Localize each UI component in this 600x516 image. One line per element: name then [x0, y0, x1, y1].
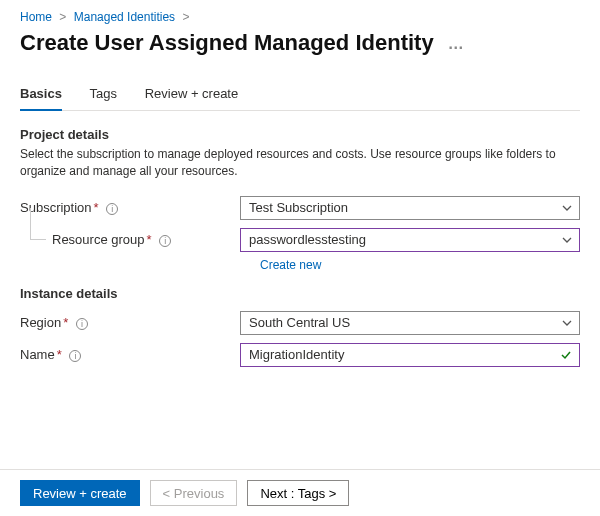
chevron-right-icon: > — [59, 10, 66, 24]
region-value: South Central US — [249, 315, 350, 330]
project-details-desc: Select the subscription to manage deploy… — [20, 146, 580, 180]
info-icon[interactable]: i — [76, 318, 88, 330]
subscription-dropdown[interactable]: Test Subscription — [240, 196, 580, 220]
page-title: Create User Assigned Managed Identity … — [20, 30, 580, 56]
breadcrumb-home[interactable]: Home — [20, 10, 52, 24]
info-icon[interactable]: i — [69, 350, 81, 362]
name-value: MigrationIdentity — [249, 347, 344, 362]
more-icon[interactable]: … — [448, 35, 464, 52]
resource-group-label: Resource group* i — [52, 232, 240, 247]
resource-group-dropdown[interactable]: passwordlesstesting — [240, 228, 580, 252]
tab-tags[interactable]: Tags — [90, 80, 117, 109]
info-icon[interactable]: i — [159, 235, 171, 247]
tab-basics[interactable]: Basics — [20, 80, 62, 111]
tab-review[interactable]: Review + create — [145, 80, 239, 109]
chevron-down-icon — [561, 234, 573, 246]
chevron-right-icon: > — [182, 10, 189, 24]
region-label: Region* i — [20, 315, 240, 330]
breadcrumb-managed-identities[interactable]: Managed Identities — [74, 10, 175, 24]
check-icon — [559, 348, 573, 362]
create-new-link[interactable]: Create new — [260, 258, 580, 272]
subscription-label: Subscription* i — [20, 200, 240, 215]
project-details-heading: Project details — [20, 127, 580, 142]
info-icon[interactable]: i — [106, 203, 118, 215]
subscription-value: Test Subscription — [249, 200, 348, 215]
previous-button: < Previous — [150, 480, 238, 506]
name-label: Name* i — [20, 347, 240, 362]
tabs: Basics Tags Review + create — [20, 80, 580, 111]
tree-line — [30, 208, 46, 240]
instance-details-heading: Instance details — [20, 286, 580, 301]
chevron-down-icon — [561, 317, 573, 329]
breadcrumb: Home > Managed Identities > — [20, 10, 580, 24]
resource-group-value: passwordlesstesting — [249, 232, 366, 247]
region-dropdown[interactable]: South Central US — [240, 311, 580, 335]
next-button[interactable]: Next : Tags > — [247, 480, 349, 506]
name-field[interactable]: MigrationIdentity — [240, 343, 580, 367]
chevron-down-icon — [561, 202, 573, 214]
footer-bar: Review + create < Previous Next : Tags > — [0, 469, 600, 516]
review-create-button[interactable]: Review + create — [20, 480, 140, 506]
